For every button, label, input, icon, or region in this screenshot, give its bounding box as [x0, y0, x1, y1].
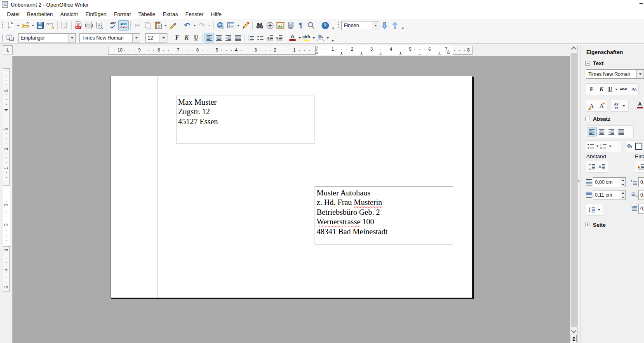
highlighting-dropdown[interactable] — [311, 33, 316, 42]
background-color-button[interactable] — [316, 33, 325, 42]
redo-button[interactable]: ↷ — [197, 20, 207, 31]
help-button[interactable]: ? — [320, 20, 330, 31]
menu-bearbeiten[interactable]: Bearbeiten — [23, 10, 56, 18]
edit-file-button[interactable] — [59, 20, 70, 31]
undo-button[interactable]: ↶ — [182, 20, 192, 31]
grow-font-button[interactable]: A — [587, 101, 597, 110]
char-spacing-button[interactable]: AV — [611, 101, 621, 110]
sidebar-underline-dropdown[interactable] — [614, 85, 618, 94]
toolbar-grip[interactable] — [2, 22, 4, 29]
bullet-list-button[interactable] — [256, 33, 265, 42]
sidebar-align-left-button[interactable] — [587, 127, 597, 136]
new-document-button[interactable] — [5, 20, 16, 31]
decrease-indent-button[interactable] — [265, 33, 275, 42]
sidebar-align-center-button[interactable] — [597, 127, 606, 136]
styles-window-button[interactable] — [5, 33, 15, 42]
character-dialog-button[interactable]: AA — [628, 85, 638, 94]
minimize-button[interactable] — [639, 3, 643, 4]
section-seite-header[interactable]: + Seite — [585, 222, 606, 228]
export-pdf-button[interactable]: PDF — [73, 20, 84, 31]
menu-extras[interactable]: Extras — [159, 10, 182, 18]
increase-spacing-button[interactable] — [587, 162, 597, 172]
sidebar-align-right-button[interactable] — [606, 127, 616, 136]
clone-formatting-button[interactable] — [168, 20, 178, 31]
sidebar-justify-button[interactable] — [616, 127, 626, 136]
navigator-button[interactable] — [265, 20, 275, 31]
underline-button[interactable]: U — [191, 33, 201, 42]
numbered-list-dropdown[interactable] — [608, 142, 612, 151]
font-color-button[interactable]: A — [288, 33, 297, 42]
sender-address-frame[interactable]: Max Muster Zugstr. 12 45127 Essen — [176, 96, 315, 143]
line-spacing-dropdown[interactable] — [597, 205, 601, 214]
background-color-dropdown[interactable] — [325, 33, 330, 42]
sidebar-bullet-list-button[interactable] — [587, 141, 595, 151]
italic-button[interactable]: K — [182, 33, 191, 42]
menu-fenster[interactable]: Fenster — [181, 10, 207, 18]
scroll-up-button[interactable] — [570, 45, 577, 52]
find-toolbar-grip[interactable] — [338, 22, 340, 29]
menu-ansicht[interactable]: Ansicht — [56, 10, 82, 18]
style-dropdown[interactable] — [68, 34, 75, 42]
increase-indent-button[interactable] — [275, 33, 284, 42]
paragraph-background-button[interactable] — [626, 141, 634, 151]
new-document-dropdown[interactable] — [16, 21, 20, 30]
vertical-scrollbar[interactable] — [570, 45, 577, 343]
indent-before-field[interactable]: 0, — [638, 177, 644, 187]
data-sources-button[interactable] — [285, 20, 296, 31]
sidebar-italic-button[interactable]: K — [597, 85, 606, 94]
border-button[interactable] — [634, 141, 643, 151]
redo-dropdown[interactable] — [207, 21, 212, 30]
align-center-button[interactable] — [214, 33, 223, 42]
shrink-font-button[interactable]: A — [597, 101, 606, 110]
paste-button[interactable] — [153, 20, 163, 31]
copy-button[interactable] — [143, 20, 153, 31]
save-button[interactable] — [35, 20, 45, 31]
tab-type-selector[interactable]: L — [3, 45, 13, 54]
bullet-list-dropdown[interactable] — [595, 142, 599, 151]
hyperlink-button[interactable] — [215, 20, 226, 31]
paragraph-style-combo[interactable]: Empfänger — [18, 33, 76, 42]
justify-button[interactable] — [233, 33, 242, 42]
sidebar-bold-button[interactable]: F — [587, 85, 597, 94]
menu-format[interactable]: Format — [110, 10, 134, 18]
decrease-spacing-button[interactable] — [597, 162, 606, 172]
indent-marker-left[interactable] — [315, 46, 318, 54]
envelope-page[interactable]: Max Muster Zugstr. 12 45127 Essen Muster… — [110, 76, 472, 298]
char-spacing-dropdown[interactable] — [621, 101, 626, 110]
find-next-button[interactable] — [379, 20, 390, 31]
scroll-down-button[interactable] — [570, 327, 577, 335]
recipient-address-frame[interactable]: Muster Autohaus z. Hd. Frau Musterin Bet… — [315, 186, 453, 244]
find-dropdown[interactable] — [372, 21, 379, 30]
spin-down-button[interactable] — [620, 195, 625, 200]
insert-table-button[interactable] — [226, 20, 236, 31]
sidebar-numbered-list-button[interactable]: III — [599, 141, 608, 151]
font-size-dropdown[interactable] — [160, 34, 167, 42]
find-overflow-button[interactable] — [400, 21, 406, 31]
first-line-indent-field[interactable]: 0, — [638, 204, 644, 214]
spin-down-button[interactable] — [620, 182, 625, 187]
spellcheck-button[interactable]: ABC — [108, 20, 118, 31]
highlighting-button[interactable]: ab✎ — [302, 33, 311, 42]
formatting-marks-button[interactable]: ¶ — [296, 20, 306, 31]
find-previous-button[interactable] — [390, 20, 400, 31]
spin-up-button[interactable] — [620, 190, 625, 195]
undo-dropdown[interactable] — [192, 21, 197, 30]
menu-einfuegen[interactable]: Einfügen — [82, 10, 110, 18]
find-replace-button[interactable] — [254, 20, 265, 31]
sidebar-increase-indent-button[interactable] — [636, 162, 644, 172]
table-dropdown[interactable] — [236, 21, 240, 30]
font-size-combo[interactable]: 12 — [145, 33, 167, 42]
sidebar-font-dropdown[interactable] — [636, 70, 644, 78]
zoom-button[interactable] — [306, 20, 316, 31]
draw-functions-button[interactable] — [240, 20, 251, 31]
find-input[interactable] — [342, 22, 372, 29]
autospellcheck-button[interactable]: ABC — [118, 20, 129, 31]
font-name-dropdown[interactable] — [132, 34, 140, 42]
section-text-header[interactable]: − Text — [585, 60, 604, 66]
numbered-list-button[interactable]: III — [246, 33, 256, 42]
splitter-grip[interactable] — [578, 185, 580, 199]
page-preview-button[interactable] — [94, 20, 104, 31]
sidebar-splitter[interactable] — [577, 45, 580, 343]
indent-after-field[interactable]: 0, — [638, 190, 644, 200]
line-spacing-button[interactable] — [587, 205, 597, 214]
